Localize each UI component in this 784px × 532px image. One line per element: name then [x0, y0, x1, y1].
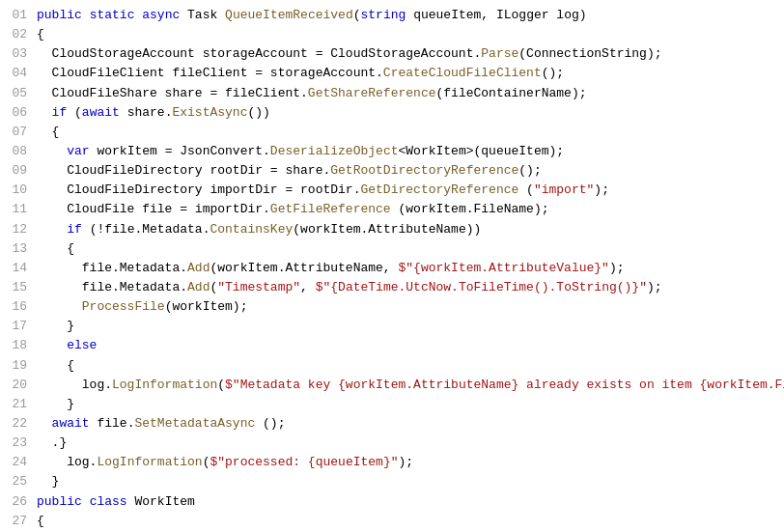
line-number: 17 — [0, 317, 27, 336]
token-plain: { — [37, 514, 44, 528]
code-line: 25 } — [0, 472, 784, 491]
token-plain: ( — [518, 182, 534, 197]
token-str: "import" — [534, 182, 594, 197]
token-method: ProcessFile — [82, 299, 165, 314]
token-plain: { — [37, 125, 59, 139]
token-plain: ); — [609, 261, 625, 275]
token-method: LogInformation — [112, 378, 217, 392]
code-content: if (!file.Metadata.ContainsKey(workItem.… — [37, 220, 776, 239]
token-method: Parse — [481, 46, 518, 61]
token-plain — [82, 8, 90, 22]
code-line: 27{ — [0, 512, 784, 531]
token-plain: { — [37, 241, 74, 256]
code-content: CloudFileShare share = fileClient.GetSha… — [37, 84, 776, 103]
code-editor: 01public static async Task QueueItemRece… — [0, 0, 784, 532]
code-content: log.LogInformation($"Metadata key {workI… — [37, 376, 784, 395]
token-kw: public — [37, 8, 82, 22]
code-line: 03 CloudStorageAccount storageAccount = … — [0, 44, 784, 64]
token-plain: <WorkItem>(queueItem); — [398, 144, 564, 158]
token-plain — [82, 494, 90, 509]
token-kw: if — [67, 222, 82, 237]
token-method: SetMetadataAsync — [134, 416, 255, 431]
line-number: 26 — [0, 492, 27, 512]
token-plain: } — [37, 319, 74, 333]
token-plain: (workItem.FileName); — [391, 202, 549, 216]
token-kw: else — [67, 338, 97, 352]
token-kw: string — [361, 8, 406, 22]
code-line: 08 var workItem = JsonConvert.Deserializ… — [0, 142, 784, 161]
token-str: "Timestamp" — [217, 280, 300, 294]
token-plain: .} — [37, 435, 67, 450]
token-kw: if — [52, 105, 68, 120]
code-content: } — [37, 317, 776, 336]
code-line: 18 else — [0, 336, 784, 355]
token-method: ContainsKey — [210, 222, 293, 237]
code-line: 10 CloudFileDirectory importDir = rootDi… — [0, 181, 784, 200]
token-plain: log. — [37, 455, 97, 469]
line-number: 05 — [0, 84, 27, 103]
line-number: 07 — [0, 123, 27, 142]
token-plain: share. — [120, 105, 173, 120]
code-content: else — [37, 336, 776, 355]
line-number: 22 — [0, 414, 27, 434]
token-plain — [37, 338, 67, 352]
token-plain: (); — [518, 163, 541, 178]
code-content: file.Metadata.Add("Timestamp", $"{DateTi… — [37, 278, 776, 297]
token-plain: ); — [647, 280, 662, 294]
token-plain: Task — [180, 8, 225, 22]
code-content: public static async Task QueueItemReceiv… — [37, 6, 776, 25]
code-content: file.Metadata.Add(workItem.AttributeName… — [37, 259, 776, 278]
code-line: 11 CloudFile file = importDir.GetFileRef… — [0, 200, 784, 219]
code-line: 14 file.Metadata.Add(workItem.AttributeN… — [0, 259, 784, 278]
token-kw: static — [90, 8, 135, 22]
line-number: 20 — [0, 376, 27, 395]
token-str: $"{DateTime.UtcNow.ToFileTime().ToString… — [316, 280, 647, 294]
code-line: 07 { — [0, 123, 784, 142]
code-line: 26public class WorkItem — [0, 492, 784, 512]
code-line: 15 file.Metadata.Add("Timestamp", $"{Dat… — [0, 278, 784, 297]
token-plain: } — [37, 397, 74, 411]
line-number: 15 — [0, 278, 27, 297]
code-content: CloudFile file = importDir.GetFileRefere… — [37, 200, 776, 219]
token-method: GetRootDirectoryReference — [330, 163, 518, 178]
token-plain: (); — [542, 66, 564, 80]
token-plain: CloudStorageAccount storageAccount = Clo… — [37, 46, 481, 61]
code-line: 16 ProcessFile(workItem); — [0, 297, 784, 317]
token-plain: CloudFileDirectory rootDir = share. — [37, 163, 330, 178]
token-method: DeserializeObject — [270, 144, 399, 158]
code-line: 05 CloudFileShare share = fileClient.Get… — [0, 84, 784, 103]
token-plain — [37, 299, 82, 314]
token-method: GetFileReference — [270, 202, 391, 216]
token-method: ExistAsync — [172, 105, 247, 120]
code-content: var workItem = JsonConvert.DeserializeOb… — [37, 142, 776, 161]
code-content: CloudFileDirectory importDir = rootDir.G… — [37, 181, 776, 200]
token-plain: ); — [399, 455, 414, 469]
token-plain: } — [37, 474, 59, 489]
token-plain: , — [300, 280, 316, 294]
code-line: 01public static async Task QueueItemRece… — [0, 6, 784, 25]
code-line: 23 .} — [0, 434, 784, 453]
token-method: Add — [187, 280, 210, 294]
code-line: 04 CloudFileClient fileClient = storageA… — [0, 64, 784, 83]
code-line: 02{ — [0, 25, 784, 44]
token-plain: file.Metadata. — [37, 280, 187, 294]
token-plain: (fileContainerName); — [435, 86, 586, 100]
token-plain: { — [37, 358, 74, 373]
token-plain: CloudFileDirectory importDir = rootDir. — [37, 182, 360, 197]
line-number: 10 — [0, 181, 27, 200]
line-number: 01 — [0, 6, 27, 25]
line-number: 23 — [0, 434, 27, 453]
token-plain: file. — [90, 416, 135, 431]
line-number: 11 — [0, 200, 27, 219]
token-plain — [37, 105, 52, 120]
line-number: 19 — [0, 356, 27, 376]
line-number: 02 — [0, 25, 27, 44]
line-number: 13 — [0, 239, 27, 259]
token-str: $"Metadata key {workItem.AttributeName} … — [225, 378, 784, 392]
token-plain: ( — [353, 8, 361, 22]
code-content: await file.SetMetadataAsync (); — [37, 414, 776, 434]
code-line: 13 { — [0, 239, 784, 259]
code-line: 24 log.LogInformation($"processed: {queu… — [0, 453, 784, 472]
token-plain: CloudFileClient fileClient = storageAcco… — [37, 66, 383, 80]
token-method: CreateCloudFileClient — [383, 66, 542, 80]
